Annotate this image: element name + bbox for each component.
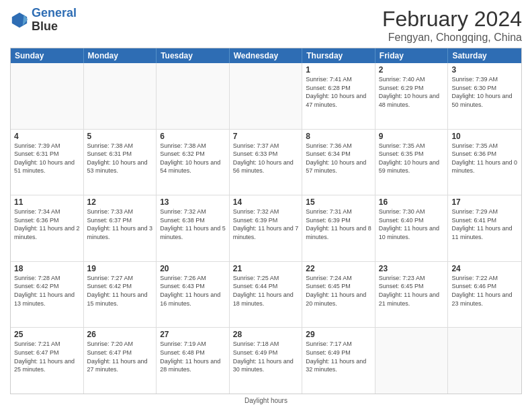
day-number: 26 (87, 330, 153, 339)
calendar-cell: 3Sunrise: 7:39 AM Sunset: 6:30 PM Daylig… (448, 63, 521, 129)
day-number: 10 (451, 132, 518, 141)
header: General Blue February 2024 Fengyan, Chon… (10, 7, 522, 44)
day-info: Sunrise: 7:33 AM Sunset: 6:37 PM Dayligh… (87, 208, 153, 241)
logo-line2: Blue (32, 20, 77, 34)
calendar-cell: 12Sunrise: 7:33 AM Sunset: 6:37 PM Dayli… (84, 195, 157, 261)
day-info: Sunrise: 7:35 AM Sunset: 6:35 PM Dayligh… (379, 142, 445, 175)
calendar-cell: 21Sunrise: 7:25 AM Sunset: 6:44 PM Dayli… (230, 262, 303, 328)
logo-text: General Blue (32, 7, 77, 34)
day-info: Sunrise: 7:27 AM Sunset: 6:42 PM Dayligh… (87, 274, 153, 308)
calendar-cell: 4Sunrise: 7:39 AM Sunset: 6:31 PM Daylig… (11, 130, 84, 195)
day-number: 13 (160, 197, 226, 207)
calendar-cell: 9Sunrise: 7:35 AM Sunset: 6:35 PM Daylig… (375, 130, 449, 195)
day-number: 11 (14, 197, 80, 207)
calendar: SundayMondayTuesdayWednesdayThursdayFrid… (10, 48, 522, 394)
calendar-cell: 18Sunrise: 7:28 AM Sunset: 6:42 PM Dayli… (11, 262, 84, 328)
day-number: 9 (379, 132, 445, 141)
day-info: Sunrise: 7:25 AM Sunset: 6:44 PM Dayligh… (233, 274, 299, 308)
day-info: Sunrise: 7:17 AM Sunset: 6:49 PM Dayligh… (306, 340, 371, 373)
day-info: Sunrise: 7:39 AM Sunset: 6:31 PM Dayligh… (14, 142, 80, 175)
day-info: Sunrise: 7:20 AM Sunset: 6:47 PM Dayligh… (87, 340, 153, 373)
calendar-header-cell: Wednesday (230, 48, 303, 63)
calendar-cell: 6Sunrise: 7:38 AM Sunset: 6:32 PM Daylig… (157, 130, 230, 195)
day-info: Sunrise: 7:30 AM Sunset: 6:40 PM Dayligh… (379, 208, 445, 241)
day-info: Sunrise: 7:41 AM Sunset: 6:28 PM Dayligh… (306, 75, 371, 109)
day-info: Sunrise: 7:32 AM Sunset: 6:39 PM Dayligh… (233, 208, 299, 241)
calendar-row: 1Sunrise: 7:41 AM Sunset: 6:28 PM Daylig… (11, 63, 521, 130)
day-info: Sunrise: 7:24 AM Sunset: 6:45 PM Dayligh… (306, 274, 371, 308)
calendar-cell: 25Sunrise: 7:21 AM Sunset: 6:47 PM Dayli… (11, 328, 84, 394)
day-number: 2 (379, 65, 445, 75)
calendar-cell: 16Sunrise: 7:30 AM Sunset: 6:40 PM Dayli… (375, 195, 449, 261)
day-info: Sunrise: 7:34 AM Sunset: 6:36 PM Dayligh… (14, 208, 80, 241)
calendar-cell (84, 63, 157, 129)
calendar-body: 1Sunrise: 7:41 AM Sunset: 6:28 PM Daylig… (11, 63, 521, 394)
day-info: Sunrise: 7:40 AM Sunset: 6:29 PM Dayligh… (379, 75, 445, 109)
calendar-cell: 19Sunrise: 7:27 AM Sunset: 6:42 PM Dayli… (84, 262, 157, 328)
calendar-cell: 26Sunrise: 7:20 AM Sunset: 6:47 PM Dayli… (84, 328, 157, 394)
logo: General Blue (10, 7, 77, 34)
day-info: Sunrise: 7:31 AM Sunset: 6:39 PM Dayligh… (306, 208, 371, 241)
day-number: 23 (379, 264, 445, 273)
logo-icon (10, 11, 29, 30)
calendar-cell: 14Sunrise: 7:32 AM Sunset: 6:39 PM Dayli… (230, 195, 303, 261)
calendar-cell (230, 63, 303, 129)
calendar-cell: 24Sunrise: 7:22 AM Sunset: 6:46 PM Dayli… (448, 262, 521, 328)
calendar-cell: 15Sunrise: 7:31 AM Sunset: 6:39 PM Dayli… (302, 195, 375, 261)
calendar-header-cell: Sunday (11, 48, 84, 63)
calendar-cell: 29Sunrise: 7:17 AM Sunset: 6:49 PM Dayli… (302, 328, 375, 394)
day-number: 14 (233, 197, 299, 207)
calendar-row: 4Sunrise: 7:39 AM Sunset: 6:31 PM Daylig… (11, 130, 521, 196)
calendar-header: SundayMondayTuesdayWednesdayThursdayFrid… (11, 48, 521, 63)
calendar-cell: 11Sunrise: 7:34 AM Sunset: 6:36 PM Dayli… (11, 195, 84, 261)
calendar-cell: 20Sunrise: 7:26 AM Sunset: 6:43 PM Dayli… (157, 262, 230, 328)
calendar-row: 25Sunrise: 7:21 AM Sunset: 6:47 PM Dayli… (11, 328, 521, 394)
calendar-cell: 13Sunrise: 7:32 AM Sunset: 6:38 PM Dayli… (157, 195, 230, 261)
calendar-cell: 23Sunrise: 7:23 AM Sunset: 6:45 PM Dayli… (375, 262, 449, 328)
day-info: Sunrise: 7:36 AM Sunset: 6:34 PM Dayligh… (306, 142, 371, 175)
day-info: Sunrise: 7:38 AM Sunset: 6:31 PM Dayligh… (87, 142, 153, 175)
calendar-cell: 8Sunrise: 7:36 AM Sunset: 6:34 PM Daylig… (302, 130, 375, 195)
day-number: 28 (233, 330, 299, 339)
day-number: 20 (160, 264, 226, 273)
calendar-cell: 22Sunrise: 7:24 AM Sunset: 6:45 PM Dayli… (302, 262, 375, 328)
day-info: Sunrise: 7:38 AM Sunset: 6:32 PM Dayligh… (160, 142, 226, 175)
page-title: February 2024 (382, 7, 522, 32)
title-block: February 2024 Fengyan, Chongqing, China (382, 7, 522, 44)
day-info: Sunrise: 7:22 AM Sunset: 6:46 PM Dayligh… (451, 274, 518, 308)
day-number: 27 (160, 330, 226, 339)
day-number: 4 (14, 132, 80, 141)
calendar-row: 11Sunrise: 7:34 AM Sunset: 6:36 PM Dayli… (11, 195, 521, 262)
day-info: Sunrise: 7:29 AM Sunset: 6:41 PM Dayligh… (451, 208, 518, 241)
day-number: 6 (160, 132, 226, 141)
day-info: Sunrise: 7:23 AM Sunset: 6:45 PM Dayligh… (379, 274, 445, 308)
calendar-cell: 17Sunrise: 7:29 AM Sunset: 6:41 PM Dayli… (448, 195, 521, 261)
day-info: Sunrise: 7:32 AM Sunset: 6:38 PM Dayligh… (160, 208, 226, 241)
calendar-cell: 5Sunrise: 7:38 AM Sunset: 6:31 PM Daylig… (84, 130, 157, 195)
calendar-cell: 27Sunrise: 7:19 AM Sunset: 6:48 PM Dayli… (157, 328, 230, 394)
day-number: 1 (306, 65, 371, 75)
calendar-row: 18Sunrise: 7:28 AM Sunset: 6:42 PM Dayli… (11, 262, 521, 328)
calendar-cell (11, 63, 84, 129)
page-subtitle: Fengyan, Chongqing, China (382, 32, 522, 44)
calendar-cell: 28Sunrise: 7:18 AM Sunset: 6:49 PM Dayli… (230, 328, 303, 394)
day-info: Sunrise: 7:28 AM Sunset: 6:42 PM Dayligh… (14, 274, 80, 308)
calendar-header-cell: Monday (84, 48, 157, 63)
day-number: 12 (87, 197, 153, 207)
day-info: Sunrise: 7:26 AM Sunset: 6:43 PM Dayligh… (160, 274, 226, 308)
calendar-cell: 1Sunrise: 7:41 AM Sunset: 6:28 PM Daylig… (302, 63, 375, 129)
calendar-cell: 10Sunrise: 7:35 AM Sunset: 6:36 PM Dayli… (448, 130, 521, 195)
day-info: Sunrise: 7:21 AM Sunset: 6:47 PM Dayligh… (14, 340, 80, 373)
footer-text: Daylight hours (245, 397, 287, 404)
logo-line1: General (32, 6, 77, 19)
page: General Blue February 2024 Fengyan, Chon… (0, 0, 532, 411)
day-info: Sunrise: 7:39 AM Sunset: 6:30 PM Dayligh… (451, 75, 518, 109)
day-number: 29 (306, 330, 371, 339)
calendar-cell: 2Sunrise: 7:40 AM Sunset: 6:29 PM Daylig… (375, 63, 449, 129)
calendar-header-cell: Thursday (302, 48, 375, 63)
calendar-cell (375, 328, 449, 394)
calendar-cell (448, 328, 521, 394)
day-info: Sunrise: 7:19 AM Sunset: 6:48 PM Dayligh… (160, 340, 226, 373)
calendar-cell (157, 63, 230, 129)
footer-note: Daylight hours (10, 397, 522, 404)
